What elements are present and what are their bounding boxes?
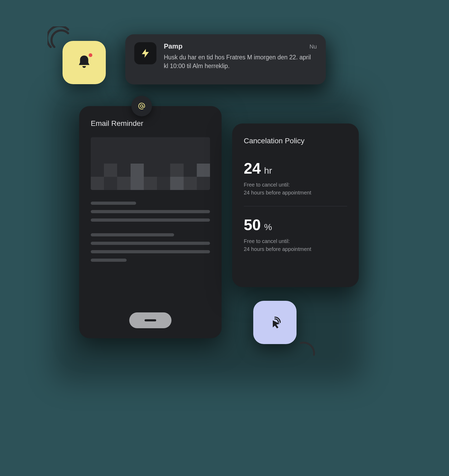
text-placeholder-line [91,233,174,236]
cancellation-title: Cancelation Policy [244,137,347,145]
metric-unit: % [264,222,272,232]
text-placeholder-line [91,259,127,262]
email-at-badge [131,96,152,116]
bell-icon [77,54,91,71]
metric-sub-line: Free to cancel until: [244,181,347,189]
cancellation-policy-card: Cancelation Policy 24 hr Free to cancel … [232,123,359,287]
cancellation-metric-time: 24 hr Free to cancel until: 24 hours bef… [244,159,347,197]
metric-value: 50 [244,216,261,234]
arc-decoration-icon [298,340,317,359]
text-placeholder-line [91,218,210,222]
bolt-icon [140,48,151,59]
notification-message: Husk du har en tid hos Fratres M imorgen… [164,53,312,71]
email-preview-image [91,137,210,190]
email-reminder-card: Email Reminder [79,106,222,338]
metric-unit: hr [264,165,272,176]
text-placeholder-line [91,242,210,245]
notification-app-icon [134,42,156,64]
metric-sub-line: 24 hours before appointment [244,245,347,253]
cursor-click-tile[interactable] [253,301,297,344]
metric-value: 24 [244,159,261,177]
divider [244,206,347,206]
button-label-placeholder [145,319,156,321]
email-cta-button[interactable] [129,312,171,328]
notification-dot-icon [89,53,92,57]
text-placeholder-line [91,250,210,253]
email-reminder-title: Email Reminder [91,119,210,128]
text-placeholder-line [91,210,210,213]
at-sign-icon [137,101,146,111]
svg-point-0 [140,105,143,107]
cancellation-metric-fee: 50 % Free to cancel until: 24 hours befo… [244,216,347,253]
metric-sub-line: Free to cancel until: [244,237,347,245]
metric-sub-line: 24 hours before appointment [244,189,347,197]
notification-bell-tile[interactable] [63,41,106,84]
push-notification-card[interactable]: Pamp Nu Husk du har en tid hos Fratres M… [125,34,326,84]
notification-app-name: Pamp [164,42,183,50]
notification-time: Nu [309,43,317,50]
text-placeholder-line [91,202,136,205]
cursor-click-icon [266,314,283,331]
